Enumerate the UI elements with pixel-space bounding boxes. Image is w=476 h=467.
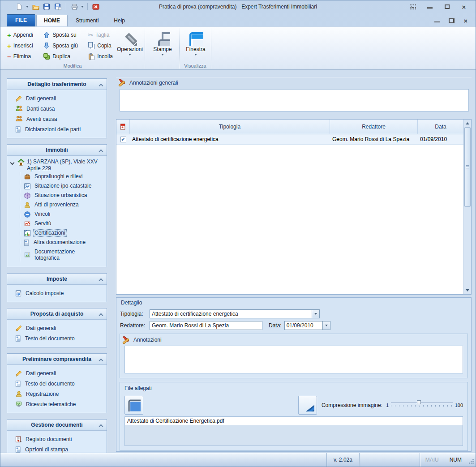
mdi-close-icon[interactable]: ×	[462, 17, 469, 24]
new-document-icon[interactable]	[15, 2, 24, 11]
delete-button[interactable]: −Elimina	[4, 51, 36, 62]
data-datepicker[interactable]: 01/09/2010	[284, 321, 330, 330]
mdi-restore-icon[interactable]	[448, 17, 455, 24]
compression-slider[interactable]: 1 100	[386, 401, 463, 409]
copy-icon	[88, 42, 95, 49]
sidebar-item-prelim-dati[interactable]: Dati generali	[9, 368, 105, 378]
panel-header[interactable]: Dettaglio trasferimento	[7, 79, 107, 90]
collapse-icon[interactable]	[99, 278, 103, 281]
sidebar-item-prelim-testo[interactable]: Testo del documento	[9, 378, 105, 389]
tree-item-certificazioni[interactable]: Certificazioni	[20, 228, 106, 238]
column-header-redattore[interactable]: Redattore	[330, 120, 418, 134]
tree-item-ipo-catastale[interactable]: Situazione ipo-catastale	[20, 181, 106, 191]
table-scrollbar[interactable]	[463, 120, 471, 294]
save-all-icon[interactable]	[53, 2, 62, 11]
open-icon[interactable]	[31, 2, 40, 11]
scroll-up-icon[interactable]	[464, 120, 471, 127]
insert-button[interactable]: +Inserisci	[4, 40, 36, 51]
collapse-icon[interactable]	[99, 358, 103, 361]
scanner-icon	[301, 399, 314, 411]
prints-button[interactable]: Stampe	[148, 29, 177, 64]
table-row[interactable]: ✔ Attestato di certificazione energetica…	[116, 134, 463, 145]
resize-grip[interactable]	[467, 458, 474, 465]
copy-button[interactable]: Copia	[85, 40, 116, 51]
window-button[interactable]: Finestra	[182, 29, 209, 64]
tree-item-altra-doc[interactable]: Altra documentazione	[20, 238, 106, 247]
attach-from-computer-button[interactable]	[124, 396, 143, 415]
content-area: Dettaglio trasferimento Dati generali Da…	[0, 70, 476, 453]
collapse-icon[interactable]	[99, 83, 103, 86]
version-label: v. 2.02a	[327, 457, 359, 463]
data-value[interactable]: 01/09/2010	[284, 321, 322, 330]
scroll-down-icon[interactable]	[464, 287, 471, 294]
attachment-column-header[interactable]	[116, 120, 130, 134]
quick-print-icon[interactable]	[70, 2, 79, 11]
panel-header[interactable]: Immobili	[7, 145, 107, 156]
tree-item-urbanistica[interactable]: Situazione urbanistica	[20, 191, 106, 200]
redattore-input[interactable]: Geom. Mario Rossi di La Spezia	[150, 321, 262, 330]
row-checkbox[interactable]: ✔	[120, 137, 126, 142]
tree-item-servitu[interactable]: Servitù	[20, 219, 106, 228]
sidebar-item-aventi-causa[interactable]: Aventi causa	[9, 114, 105, 124]
tab-file[interactable]: FILE	[7, 14, 35, 26]
tipologia-value[interactable]: Attestato di certificazione energetica	[150, 309, 312, 318]
panel-header[interactable]: Preliminare compravendita	[7, 354, 107, 365]
annotazioni-generali-input[interactable]	[120, 90, 468, 111]
tree-item-doc-fotografica[interactable]: Documentazione fotografica	[20, 247, 106, 263]
column-header-data[interactable]: Data	[418, 120, 463, 134]
panel-dettaglio-trasferimento: Dettaglio trasferimento Dati generali Da…	[7, 78, 107, 138]
duplicate-button[interactable]: Duplica	[40, 51, 81, 62]
tab-strumenti[interactable]: Strumenti	[69, 15, 106, 26]
file-list-item[interactable]: Attestato di Certificazione Energetica.p…	[125, 417, 463, 425]
move-down-button[interactable]: Sposta giù	[40, 40, 81, 51]
close-practice-icon[interactable]	[91, 2, 100, 11]
append-button[interactable]: +Appendi	[4, 30, 36, 40]
data-dropdown-icon[interactable]	[322, 321, 330, 330]
sidebar-item-registro-doc[interactable]: Registro documenti	[9, 434, 105, 444]
sidebar-item-ricevute[interactable]: Ricevute telematiche	[9, 399, 105, 409]
sidebar-item-dati-generali[interactable]: Dati generali	[9, 93, 105, 103]
collapse-icon[interactable]	[99, 424, 103, 427]
sidebar-item-danti-causa[interactable]: Danti causa	[9, 103, 105, 114]
arrow-up-icon	[43, 31, 50, 39]
panel-header[interactable]: Proposta di acquisto	[7, 308, 107, 320]
tree-item-vincoli[interactable]: Vincoli	[20, 210, 106, 219]
sidebar-item-proposta-dati[interactable]: Dati generali	[9, 323, 105, 333]
print-dropdown-icon[interactable]	[81, 6, 84, 8]
collapse-icon[interactable]	[99, 313, 103, 316]
collapse-icon[interactable]	[99, 149, 103, 152]
minus-red-icon: −	[7, 53, 11, 60]
tipologia-dropdown-icon[interactable]	[312, 309, 320, 318]
tree-root-property[interactable]: 1) SARZANA (SP), Viale XXV Aprile 229	[9, 159, 106, 172]
maximize-icon[interactable]	[443, 4, 450, 10]
sidebar-item-proposta-testo[interactable]: Testo del documento	[9, 333, 105, 343]
sidebar-item-registrazione[interactable]: Registrazione	[9, 389, 105, 399]
tree-item-sopralluoghi[interactable]: Sopralluoghi e rilievi	[20, 172, 106, 181]
minimize-icon[interactable]	[426, 4, 433, 10]
plus-yellow-icon: +	[7, 43, 11, 49]
tipologia-combobox[interactable]: Attestato di certificazione energetica	[150, 309, 320, 318]
mdi-minimize-icon[interactable]	[433, 17, 441, 24]
ribbon-group-modifica: +Appendi +Inserisci −Elimina Sposta su S…	[0, 27, 145, 69]
close-icon[interactable]: ×	[460, 4, 467, 10]
column-header-tipologia[interactable]: Tipologia	[130, 120, 330, 134]
sidebar-item-dichiarazioni[interactable]: Dichiarazioni delle parti	[9, 124, 105, 134]
dettaglio-panel: Dettaglio Tipologia: Attestato di certif…	[116, 297, 472, 452]
panel-header[interactable]: Gestione documenti	[7, 420, 107, 431]
tab-help[interactable]: Help	[107, 15, 132, 26]
tab-home[interactable]: HOME	[36, 15, 68, 26]
panel-imposte: Imposte Calcolo imposte	[7, 273, 107, 302]
fullscreen-toggle-icon[interactable]	[409, 4, 416, 10]
annotazioni-input[interactable]	[125, 346, 463, 373]
panel-header[interactable]: Imposte	[7, 274, 107, 285]
new-document-dropdown-icon[interactable]	[26, 6, 29, 8]
sidebar-item-calcolo-imposte[interactable]: Calcolo imposte	[9, 288, 105, 298]
tree-expander-icon[interactable]	[10, 161, 14, 165]
move-up-button[interactable]: Sposta su	[40, 30, 81, 40]
save-icon[interactable]	[42, 2, 51, 11]
operations-button[interactable]: Operazioni	[117, 29, 143, 64]
scan-button[interactable]	[298, 396, 317, 415]
scrollbar-thumb[interactable]	[464, 127, 471, 207]
paste-button[interactable]: Incolla	[85, 51, 116, 62]
tree-item-atti-provenienza[interactable]: Atti di provenienza	[20, 200, 106, 210]
